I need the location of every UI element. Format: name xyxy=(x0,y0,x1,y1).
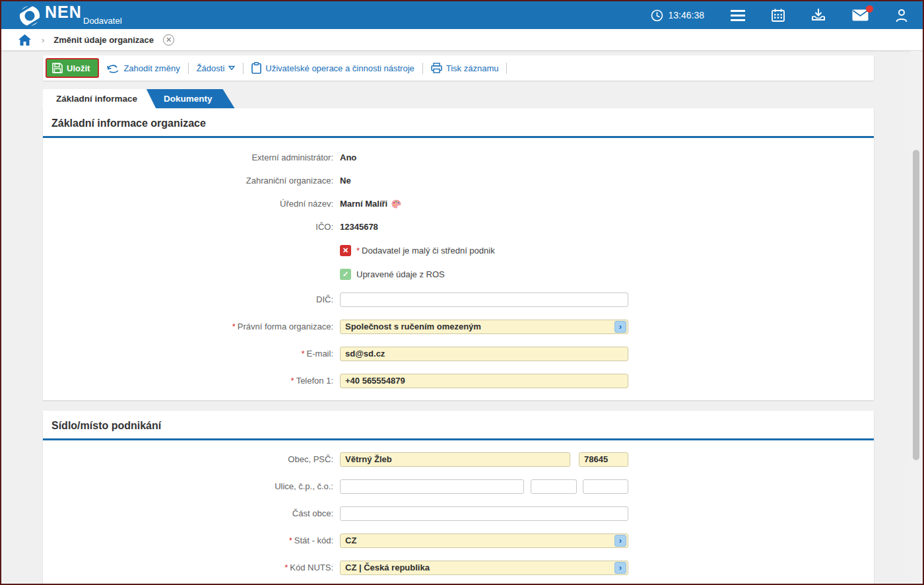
undo-icon xyxy=(107,63,119,73)
nen-swirl-icon xyxy=(18,5,41,27)
mail-badge xyxy=(866,5,873,13)
field-official-name: Úřední název: Marní Malíři xyxy=(43,192,874,215)
discard-changes-button[interactable]: Zahodit změny xyxy=(107,63,180,73)
field-label: *Telefon 1: xyxy=(43,376,333,386)
toolbar-separator xyxy=(243,63,244,74)
checkbox-unchecked-icon[interactable]: ✕ xyxy=(340,245,351,256)
city-input[interactable] xyxy=(340,452,570,467)
field-label: Část obce: xyxy=(43,508,333,518)
brand-name: NEN xyxy=(45,3,82,20)
mail-button[interactable] xyxy=(852,9,869,21)
field-external-admin: Externí administrátor: Ano xyxy=(43,146,874,169)
field-label: Externí administrátor: xyxy=(43,153,333,162)
printer-icon xyxy=(431,63,442,73)
field-city-zip: Obec, PSČ: xyxy=(43,446,874,473)
section-address: Sídlo/místo podnikání Obec, PSČ: Ulice, … xyxy=(43,411,874,585)
district-input[interactable] xyxy=(340,506,628,521)
field-value: Marní Malíři xyxy=(340,199,387,209)
field-label: *Kód NUTS: xyxy=(43,563,333,572)
brand-subtitle: Dodavatel xyxy=(83,16,122,26)
field-label: Zahraniční organizace: xyxy=(43,176,333,186)
hamburger-icon xyxy=(731,10,745,21)
save-button[interactable]: Uložit xyxy=(46,58,99,78)
clock: 13:46:38 xyxy=(651,9,705,22)
toolbar-separator xyxy=(506,63,507,74)
breadcrumb-separator: › xyxy=(42,35,44,45)
menu-button[interactable] xyxy=(731,10,745,21)
field-label: Obec, PSČ: xyxy=(43,454,333,464)
field-value: Ano xyxy=(340,153,356,162)
field-label: *Stát - kód: xyxy=(43,535,333,545)
field-nuts-code: *Kód NUTS: CZ | Česká republika › xyxy=(43,554,874,581)
home-icon[interactable] xyxy=(18,34,31,46)
scrollbar-thumb[interactable] xyxy=(913,150,919,460)
clipboard-icon xyxy=(251,62,261,74)
field-email: *E-mail: xyxy=(43,340,874,367)
close-tab-button[interactable]: ✕ xyxy=(163,34,174,46)
orientation-number-input[interactable] xyxy=(583,479,628,494)
tab-basic-info[interactable]: Základní informace xyxy=(43,89,156,108)
app-header: NEN Dodavatel 13:46:38 xyxy=(1,1,923,29)
print-record-button[interactable]: Tisk záznamu xyxy=(431,63,499,73)
breadcrumb: › Změnit údaje organizace ✕ xyxy=(1,29,923,51)
person-icon xyxy=(895,9,908,22)
street-input[interactable] xyxy=(340,479,524,494)
nuts-select[interactable]: CZ | Česká republika › xyxy=(340,561,628,575)
legal-form-select[interactable]: Společnost s ručením omezeným › xyxy=(340,320,628,334)
toolbar-separator xyxy=(188,63,189,74)
clock-time: 13:46:38 xyxy=(669,10,705,20)
field-phone: *Telefon 1: xyxy=(43,367,874,394)
field-value: 12345678 xyxy=(340,222,378,232)
field-ros-checkbox: ✓ Upravené údaje z ROS ? xyxy=(43,262,874,286)
user-operations-button[interactable]: Uživatelské operace a činnosti nástroje xyxy=(251,62,414,74)
chevron-right-icon: › xyxy=(619,563,622,572)
tab-bar: Základní informace Dokumenty xyxy=(43,89,235,108)
field-foreign-org: Zahraniční organizace: Ne xyxy=(43,169,874,192)
profile-button[interactable] xyxy=(895,9,908,22)
clock-icon xyxy=(651,9,663,22)
toolbar-separator xyxy=(422,63,423,74)
field-label: Ulice, č.p., č.o.: xyxy=(43,481,333,491)
calendar-icon xyxy=(772,9,785,22)
downloads-button[interactable] xyxy=(811,9,826,22)
field-label: *Právní forma organizace: xyxy=(43,322,333,331)
country-select[interactable]: CZ › xyxy=(340,533,628,548)
chevron-right-icon: › xyxy=(619,322,622,331)
section-title: Základní informace organizace xyxy=(43,108,874,136)
checkbox-checked-icon[interactable]: ✓ xyxy=(340,269,351,280)
field-street: Ulice, č.p., č.o.: xyxy=(43,473,874,500)
zip-input[interactable] xyxy=(579,452,628,467)
field-sme-checkbox: ✕ *Dodavatel je malý či střední podnik xyxy=(43,238,874,262)
field-value: Ne xyxy=(340,176,351,186)
breadcrumb-title: Změnit údaje organizace xyxy=(53,35,154,45)
dropdown-triangle-icon xyxy=(228,65,235,71)
section-basic-info: Základní informace organizace Externí ad… xyxy=(43,108,874,400)
house-number-input[interactable] xyxy=(531,479,577,494)
checkbox-label: *Dodavatel je malý či střední podnik xyxy=(356,246,495,256)
action-toolbar: Uložit Zahodit změny Žádosti Uživatelské… xyxy=(43,55,874,81)
chevron-right-icon: › xyxy=(619,535,622,545)
calendar-button[interactable] xyxy=(772,9,785,22)
field-dic: DIČ: xyxy=(43,286,874,313)
requests-menu-button[interactable]: Žádosti xyxy=(197,63,236,73)
field-district: Část obce: xyxy=(43,500,874,527)
field-legal-form: *Právní forma organizace: Společnost s r… xyxy=(43,313,874,340)
open-picker-button[interactable]: › xyxy=(614,535,626,547)
tab-documents[interactable]: Dokumenty xyxy=(147,89,235,108)
email-input[interactable] xyxy=(340,347,628,361)
dic-input[interactable] xyxy=(340,292,628,307)
open-picker-button[interactable]: › xyxy=(614,562,626,574)
vertical-scrollbar[interactable] xyxy=(911,51,921,585)
open-picker-button[interactable]: › xyxy=(614,321,626,333)
checkbox-label: Upravené údaje z ROS xyxy=(356,269,445,279)
save-icon xyxy=(52,63,63,73)
download-icon xyxy=(811,9,826,22)
nen-logo[interactable]: NEN Dodavatel xyxy=(18,3,82,27)
field-label: IČO: xyxy=(43,222,333,232)
section-title: Sídlo/místo podnikání xyxy=(43,411,874,438)
field-label: Úřední název: xyxy=(43,199,333,209)
phone-input[interactable] xyxy=(340,374,628,388)
field-country-code: *Stát - kód: CZ › xyxy=(43,527,874,554)
palette-icon xyxy=(391,199,401,209)
field-label: DIČ: xyxy=(43,294,333,304)
